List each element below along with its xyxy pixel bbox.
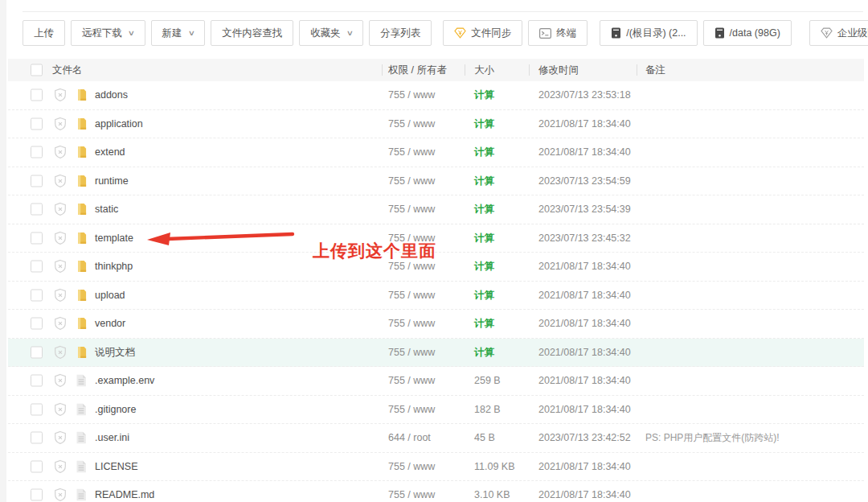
calc-size-link[interactable]: 计算 bbox=[474, 310, 494, 339]
tamper-status-icon[interactable] bbox=[53, 402, 68, 417]
folder-icon bbox=[76, 117, 88, 130]
tamper-status-icon[interactable] bbox=[53, 345, 68, 360]
tamper-status-icon[interactable] bbox=[53, 145, 68, 159]
modified-time: 2021/08/17 18:34:40 bbox=[538, 110, 631, 139]
tamper-status-icon[interactable] bbox=[53, 259, 68, 274]
file-name[interactable]: vendor bbox=[95, 310, 125, 339]
folder-icon bbox=[76, 203, 88, 216]
row-checkbox[interactable] bbox=[31, 346, 43, 358]
file-name[interactable]: .gitignore bbox=[95, 396, 136, 425]
table-row: 说明文档 755 / www 计算 2021/08/17 18:34:40 bbox=[8, 339, 864, 368]
modified-time: 2023/07/13 23:42:52 bbox=[538, 424, 631, 453]
file-name[interactable]: template bbox=[95, 224, 133, 253]
tamper-status-icon[interactable] bbox=[53, 288, 68, 302]
modified-time: 2021/08/17 18:34:40 bbox=[538, 481, 631, 502]
perm-owner-value: 755 / www bbox=[388, 195, 435, 224]
remote-download-button[interactable]: 远程下载 ∨ bbox=[71, 20, 145, 46]
button-label: 终端 bbox=[556, 27, 576, 40]
tamper-status-icon[interactable] bbox=[53, 202, 68, 216]
new-button[interactable]: 新建 ∨ bbox=[151, 20, 206, 46]
row-checkbox[interactable] bbox=[31, 403, 43, 415]
file-name[interactable]: application bbox=[95, 110, 143, 139]
file-name[interactable]: extend bbox=[95, 138, 125, 167]
row-checkbox[interactable] bbox=[31, 117, 43, 130]
tamper-status-icon[interactable] bbox=[53, 174, 68, 188]
file-name[interactable]: README.md bbox=[95, 481, 154, 502]
perm-owner-value: 755 / www bbox=[388, 310, 435, 339]
table-header: 文件名 权限 / 所有者 大小 修改时间 备注 bbox=[8, 59, 864, 81]
row-checkbox[interactable] bbox=[31, 261, 43, 273]
table-row: extend 755 / www 计算 2021/08/17 18:34:40 bbox=[8, 138, 864, 167]
tamper-status-icon[interactable] bbox=[53, 316, 68, 331]
table-row: application 755 / www 计算 2021/08/17 18:3… bbox=[8, 110, 864, 139]
tamper-proof-button[interactable]: 企业级防篡改 bbox=[809, 20, 868, 46]
file-content-search-button[interactable]: 文件内容查找 bbox=[211, 20, 293, 46]
row-checkbox[interactable] bbox=[31, 89, 43, 101]
file-name[interactable]: runtime bbox=[95, 167, 129, 196]
select-all-checkbox[interactable] bbox=[31, 64, 43, 76]
header-divider bbox=[465, 64, 465, 76]
modified-time: 2023/07/13 23:54:59 bbox=[538, 167, 631, 196]
row-checkbox[interactable] bbox=[31, 489, 43, 501]
file-name[interactable]: addons bbox=[95, 81, 128, 110]
calc-size-link[interactable]: 计算 bbox=[474, 282, 494, 311]
row-checkbox[interactable] bbox=[31, 289, 43, 301]
tamper-status-icon[interactable] bbox=[53, 117, 68, 131]
calc-size-link[interactable]: 计算 bbox=[474, 224, 494, 253]
row-checkbox[interactable] bbox=[31, 232, 43, 244]
file-name[interactable]: .user.ini bbox=[95, 424, 129, 453]
perm-owner-value: 644 / root bbox=[388, 424, 431, 453]
calc-size-link[interactable]: 计算 bbox=[474, 253, 494, 282]
file-icon bbox=[76, 488, 87, 501]
calc-size-link[interactable]: 计算 bbox=[474, 339, 494, 368]
tamper-status-icon[interactable] bbox=[53, 459, 68, 474]
perm-owner-value: 755 / www bbox=[388, 339, 435, 368]
calc-size-link[interactable]: 计算 bbox=[474, 110, 494, 139]
tamper-status-icon[interactable] bbox=[53, 430, 68, 445]
table-row: .user.ini 644 / root 45 B 2023/07/13 23:… bbox=[8, 424, 864, 453]
file-sync-button[interactable]: 文件同步 bbox=[443, 20, 522, 46]
tamper-status-icon[interactable] bbox=[53, 231, 68, 245]
calc-size-link[interactable]: 计算 bbox=[474, 81, 494, 110]
modified-time: 2021/08/17 18:34:40 bbox=[538, 282, 631, 311]
row-checkbox[interactable] bbox=[31, 460, 43, 472]
disk-root-button[interactable]: /(根目录) (2... bbox=[600, 20, 697, 46]
table-row: .example.env 755 / www 259 B 2021/08/17 … bbox=[8, 367, 864, 396]
button-label: 上传 bbox=[34, 27, 54, 40]
disk-icon bbox=[611, 27, 621, 39]
file-icon bbox=[76, 431, 87, 444]
table-row: vendor 755 / www 计算 2021/08/17 18:34:40 bbox=[8, 310, 864, 339]
row-checkbox[interactable] bbox=[31, 175, 43, 187]
upload-button[interactable]: 上传 bbox=[23, 20, 65, 46]
row-checkbox[interactable] bbox=[31, 432, 43, 444]
folder-icon bbox=[76, 288, 88, 302]
button-label: /(根目录) (2... bbox=[626, 27, 686, 40]
button-label: /data (98G) bbox=[730, 27, 780, 39]
folder-icon bbox=[76, 88, 88, 102]
row-checkbox[interactable] bbox=[31, 204, 43, 216]
file-name[interactable]: LICENSE bbox=[95, 453, 138, 482]
file-size: 259 B bbox=[474, 367, 501, 396]
terminal-button[interactable]: 终端 bbox=[528, 20, 588, 46]
row-checkbox[interactable] bbox=[31, 318, 43, 330]
tamper-status-icon[interactable] bbox=[53, 488, 68, 502]
calc-size-link[interactable]: 计算 bbox=[474, 167, 494, 196]
file-icon bbox=[76, 460, 87, 473]
file-name[interactable]: .example.env bbox=[95, 367, 154, 396]
tamper-status-icon[interactable] bbox=[53, 373, 68, 388]
row-checkbox[interactable] bbox=[31, 375, 43, 387]
row-checkbox[interactable] bbox=[31, 146, 43, 158]
table-row: upload 755 / www 计算 2021/08/17 18:34:40 bbox=[8, 282, 864, 311]
chevron-down-icon: ∨ bbox=[346, 29, 353, 37]
disk-data-button[interactable]: /data (98G) bbox=[703, 20, 792, 46]
file-name[interactable]: upload bbox=[95, 282, 125, 311]
tamper-status-icon[interactable] bbox=[53, 88, 68, 102]
file-name[interactable]: thinkphp bbox=[95, 253, 133, 282]
calc-size-link[interactable]: 计算 bbox=[474, 195, 494, 224]
file-name[interactable]: static bbox=[95, 195, 118, 224]
button-label: 收藏夹 bbox=[310, 27, 341, 40]
calc-size-link[interactable]: 计算 bbox=[474, 138, 494, 167]
file-name[interactable]: 说明文档 bbox=[95, 339, 135, 368]
share-list-button[interactable]: 分享列表 bbox=[369, 20, 432, 46]
favorites-button[interactable]: 收藏夹 ∨ bbox=[299, 20, 363, 46]
